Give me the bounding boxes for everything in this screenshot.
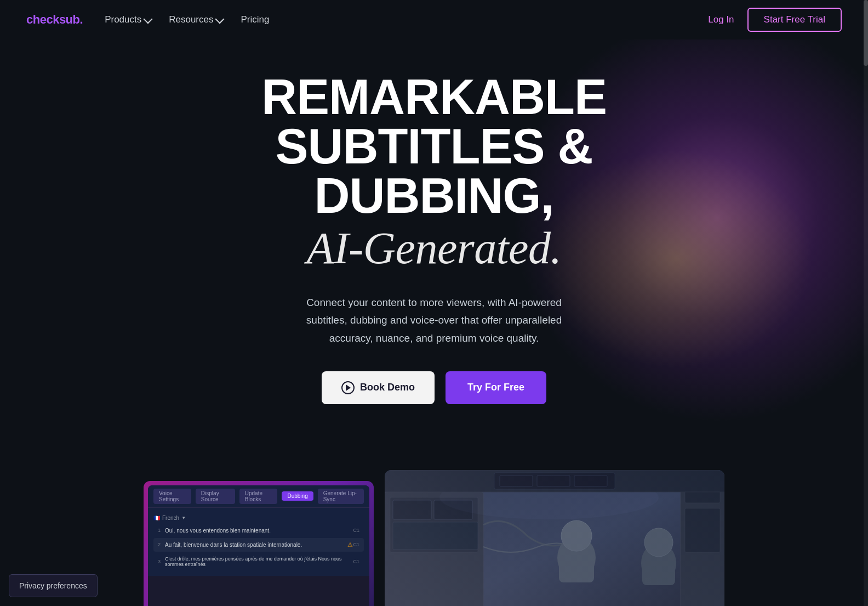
logo-text: checksub — [26, 13, 80, 26]
subtitle-row: 2 Au fait, bienvenue dans la station spa… — [153, 538, 364, 552]
hero-title-line1: REMARKABLE — [187, 72, 681, 122]
hero-title-line2: SUBTITLES & DUBBING, — [187, 122, 681, 220]
subtitle-toolbar: Voice Settings Display Source Update Blo… — [148, 485, 369, 508]
navigation: checksub. Products Resources Pricing Log… — [0, 0, 868, 39]
space-video-card — [385, 470, 724, 606]
toolbar-tab-dubbing[interactable]: Dubbing — [282, 491, 313, 501]
space-scene — [385, 470, 724, 606]
nav-right: Log In Start Free Trial — [708, 8, 842, 32]
play-triangle — [346, 384, 351, 391]
scrollbar[interactable] — [864, 0, 868, 606]
flag-icon: 🇫🇷 — [153, 515, 160, 521]
hero-section: REMARKABLE SUBTITLES & DUBBING, AI-Gener… — [0, 39, 868, 448]
nav-pricing[interactable]: Pricing — [241, 14, 269, 25]
subtitle-editor-inner: Voice Settings Display Source Update Blo… — [148, 485, 369, 606]
subtitle-row: 3 C'est drôle, mes premières pensées apr… — [153, 553, 364, 570]
subtitle-editor-card: Voice Settings Display Source Update Blo… — [144, 481, 374, 606]
hero-title-line3: AI-Generated. — [187, 223, 681, 274]
warning-icon: ⚠ — [347, 541, 353, 548]
nav-products[interactable]: Products — [105, 14, 151, 25]
subtitle-area: 🇫🇷 French ▼ 1 Oui, nous vous entendons b… — [148, 508, 369, 576]
privacy-preferences-button[interactable]: Privacy preferences — [9, 574, 98, 597]
logo-dot: . — [80, 13, 83, 26]
hero-subtitle: Connect your content to more viewers, wi… — [292, 294, 576, 347]
toolbar-tab-lipsync: Generate Lip-Sync — [318, 489, 364, 504]
try-for-free-button[interactable]: Try For Free — [446, 371, 546, 404]
nav-links: Products Resources Pricing — [105, 14, 269, 25]
chevron-down-icon: ▼ — [181, 516, 186, 520]
hero-content: REMARKABLE SUBTITLES & DUBBING, AI-Gener… — [187, 72, 681, 404]
toolbar-tab-voice: Voice Settings — [153, 489, 191, 504]
logo[interactable]: checksub. — [26, 13, 83, 27]
language-badge: 🇫🇷 French ▼ — [153, 515, 186, 521]
toolbar-tab-display: Display Source — [196, 489, 235, 504]
chevron-down-icon — [215, 14, 225, 24]
login-link[interactable]: Log In — [708, 14, 734, 25]
play-icon — [341, 381, 355, 394]
nav-resources[interactable]: Resources — [169, 14, 223, 25]
start-trial-button[interactable]: Start Free Trial — [747, 8, 842, 32]
space-equipment-overlay — [385, 470, 724, 606]
book-demo-button[interactable]: Book Demo — [322, 371, 435, 404]
subtitle-row: 1 Oui, nous vous entendons bien maintena… — [153, 524, 364, 537]
chevron-down-icon — [144, 14, 153, 24]
hero-buttons: Book Demo Try For Free — [187, 371, 681, 404]
nav-left: checksub. Products Resources Pricing — [26, 13, 269, 27]
preview-section: Voice Settings Display Source Update Blo… — [0, 459, 868, 606]
toolbar-tab-update: Update Blocks — [239, 489, 278, 504]
preview-container: Voice Settings Display Source Update Blo… — [0, 459, 868, 606]
